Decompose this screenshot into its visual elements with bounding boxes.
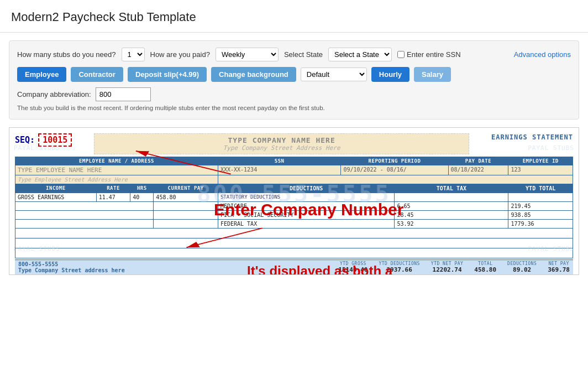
footer-totals: YTD GROSS 15140.40 YTD DEDUCTIONS 2937.6…: [338, 261, 570, 273]
deductions-header: DEDUCTIONS: [218, 184, 395, 193]
ytd-total-header: YTD TOTAL: [508, 184, 573, 193]
emp-section-header: EMPLOYEE NAME / ADDRESS: [15, 157, 218, 165]
deposit-slip-button[interactable]: Deposit slip(+4.99): [128, 67, 207, 82]
net-pay-label: NET PAY: [548, 261, 570, 266]
payment-label: How are you paid?: [150, 50, 210, 59]
employee-button[interactable]: Employee: [17, 67, 66, 82]
salary-button[interactable]: Salary: [414, 67, 451, 82]
medicare-tax: 6.65: [395, 202, 508, 211]
stubs-label: How many stubs do you need?: [17, 50, 116, 59]
seq-label: SEQ:: [15, 135, 35, 145]
federal-tax-value: 53.92: [395, 220, 508, 229]
ytd-deductions-col: YTD DEDUCTIONS 2937.66: [379, 261, 419, 273]
ytd-deductions-value: 2937.66: [379, 266, 419, 273]
state-label: Select State: [284, 50, 323, 59]
page-title: Modern2 Paycheck Stub Template: [0, 0, 588, 33]
statutory-deductions-label: STATUTORY DEDUCTIONS: [218, 193, 395, 202]
company-abbr-input[interactable]: [96, 87, 151, 101]
rate-header: RATE: [96, 184, 130, 193]
fica-ytd: 938.85: [508, 211, 573, 220]
deductions-value: 89.02: [507, 266, 537, 273]
ytd-net-pay-value: 12202.74: [431, 266, 463, 273]
state-select[interactable]: Select a State: [328, 48, 392, 61]
deductions-label: DEDUCTIONS: [507, 261, 537, 266]
hourly-button[interactable]: Hourly: [371, 67, 410, 82]
reporting-period-header: REPORTING PERIOD: [341, 157, 448, 165]
advanced-options-link[interactable]: Advanced options: [514, 50, 571, 59]
employee-name-row: TYPE EMPLOYEE NAME HERE XXX-XX-1234 09/1…: [15, 165, 573, 175]
company-name: TYPE COMPANY NAME HERE: [97, 136, 466, 144]
stub-area: SEQ: 10015 TYPE COMPANY NAME HERE Type C…: [9, 127, 579, 275]
income-deductions-header-row: INCOME RATE HRS CURRENT PAY DEDUCTIONS T…: [15, 184, 573, 193]
total-col: TOTAL 458.80: [474, 261, 496, 273]
net-pay-value: 369.78: [548, 266, 570, 273]
emp-id: 123: [508, 165, 573, 175]
reporting-period: 09/10/2022 - 08/16/: [341, 165, 448, 175]
current-pay-header: CURRENT PAY: [154, 184, 218, 193]
stub-table: EMPLOYEE NAME / ADDRESS SSN REPORTING PE…: [15, 157, 573, 258]
federal-tax-ytd: 1779.36: [508, 220, 573, 229]
fica-row: FICA - SOCIAL SECURITY 28.45 938.85: [15, 211, 573, 220]
style-select[interactable]: Default: [301, 68, 367, 81]
ssn-label: Enter entire SSN: [407, 50, 461, 59]
net-pay-col: NET PAY 369.78: [548, 261, 570, 273]
gross-rate: 11.47: [96, 193, 130, 202]
stubs-select[interactable]: 12345: [122, 48, 145, 61]
emp-id-header: EMPLOYEE ID: [508, 157, 573, 165]
earnings-statement: EARNINGS STATEMENT: [491, 133, 573, 141]
pay-date: 08/18/2022: [448, 165, 508, 175]
ytd-gross-col: YTD GROSS 15140.40: [338, 261, 368, 273]
footer-bar: 800-555-5555 Type Company Street address…: [15, 260, 573, 274]
controls-panel: How many stubs do you need? 12345 How ar…: [9, 40, 579, 120]
federal-tax-row: FEDERAL TAX 53.92 1779.36: [15, 220, 573, 229]
ytd-net-pay-col: YTD NET PAY 12202.74: [431, 261, 463, 273]
change-background-button[interactable]: Change background: [211, 67, 296, 82]
ytd-gross-label: YTD GROSS: [338, 261, 368, 266]
total-value: 458.80: [474, 266, 496, 273]
payment-select[interactable]: WeeklyBi-WeeklySemi-MonthlyMonthly: [216, 48, 279, 61]
ytd-deductions-label: YTD DEDUCTIONS: [379, 261, 419, 266]
company-abbr-label: Company abbreviation:: [17, 90, 91, 98]
total-tax-header: TOTAL TAX: [395, 184, 508, 193]
contractor-button[interactable]: Contractor: [71, 67, 123, 82]
pay-date-header: PAY DATE: [448, 157, 508, 165]
ssn-check: Enter entire SSN: [397, 50, 461, 59]
ytd-net-pay-label: YTD NET PAY: [431, 261, 463, 266]
emp-name: TYPE EMPLOYEE NAME HERE: [15, 165, 218, 175]
ssn-header: SSN: [218, 157, 341, 165]
footer-company-info: 800-555-5555 Type Company Street address…: [18, 261, 125, 273]
gross-earnings-label: GROSS EARNINGS: [15, 193, 97, 202]
total-label: TOTAL: [474, 261, 496, 266]
seq-value: 10015: [38, 133, 72, 147]
income-header: INCOME: [15, 184, 97, 193]
gross-hrs: 40: [130, 193, 154, 202]
ssn-value: XXX-XX-1234: [218, 165, 341, 175]
ssn-checkbox[interactable]: [397, 51, 405, 58]
footer-address: Type Company Street address here: [18, 267, 125, 273]
medicare-ytd: 219.45: [508, 202, 573, 211]
emp-address: Type Employee Street Address Here: [15, 175, 218, 184]
footer-phone: 800-555-5555: [18, 261, 125, 267]
deductions-col: DEDUCTIONS 89.02: [507, 261, 537, 273]
fica-label: FICA - SOCIAL SECURITY: [218, 211, 395, 220]
medicare-label: MEDICARE: [218, 202, 395, 211]
gross-pay: 458.80: [154, 193, 218, 202]
controls-note: The stub you build is the most recent. I…: [17, 105, 571, 111]
federal-tax-label: FEDERAL TAX: [218, 220, 395, 229]
employee-address-row: Type Employee Street Address Here: [15, 175, 573, 184]
medicare-row: MEDICARE 6.65 219.45: [15, 202, 573, 211]
company-address: Type Company Street Address Here: [97, 144, 466, 152]
fica-tax: 28.45: [395, 211, 508, 220]
hrs-header: HRS: [130, 184, 154, 193]
gross-earnings-row: GROSS EARNINGS 11.47 40 458.80 STATUTORY…: [15, 193, 573, 202]
ytd-gross-value: 15140.40: [338, 266, 368, 273]
